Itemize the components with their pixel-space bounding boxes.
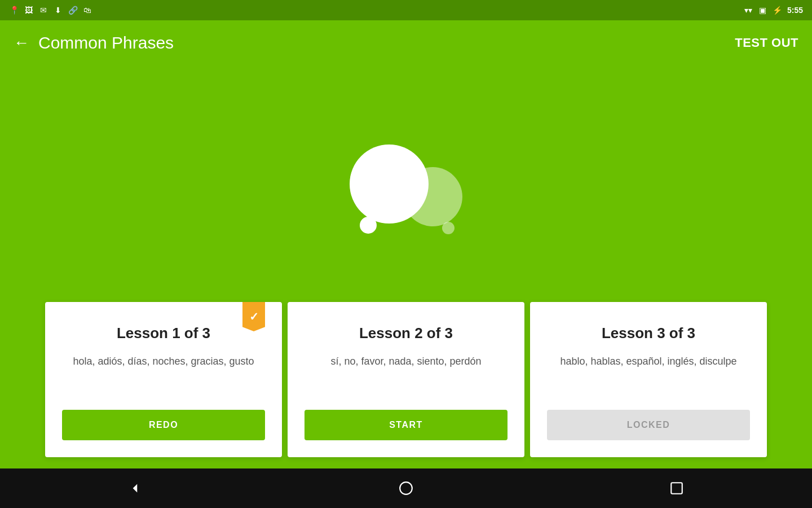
home-nav-button[interactable] — [392, 474, 420, 502]
lesson-2-start-button[interactable]: START — [304, 410, 508, 440]
lesson-3-words: hablo, hablas, español, inglés, disculpe — [560, 353, 736, 393]
lesson-card-2: Lesson 2 of 3 sí, no, favor, nada, sient… — [288, 302, 524, 457]
lesson-2-words: sí, no, favor, nada, siento, perdón — [330, 353, 481, 393]
wifi-icon: ▾▾ — [743, 5, 753, 15]
test-out-button[interactable]: TEST OUT — [735, 36, 798, 50]
lesson-1-words: hola, adiós, días, noches, gracias, gust… — [73, 353, 254, 393]
status-right: ▾▾ ▣ ⚡ 5:55 — [743, 5, 803, 15]
download-icon: ⬇ — [53, 5, 63, 15]
bubble-main — [350, 144, 429, 224]
svg-rect-2 — [671, 483, 682, 494]
signal-icon: ▣ — [758, 5, 768, 15]
lesson-3-locked-button: LOCKED — [547, 410, 750, 440]
mail-icon: ✉ — [38, 5, 48, 15]
page-title: Common Phrases — [38, 33, 174, 52]
battery-icon: ⚡ — [773, 5, 783, 15]
svg-point-1 — [400, 482, 412, 494]
home-nav-icon — [399, 481, 413, 496]
recent-nav-icon — [669, 481, 684, 496]
lesson-2-title: Lesson 2 of 3 — [359, 325, 453, 342]
app-bar: ← Common Phrases TEST OUT — [0, 20, 812, 65]
lesson-card-3: Lesson 3 of 3 hablo, hablas, español, in… — [530, 302, 767, 457]
svg-marker-0 — [133, 484, 138, 492]
back-nav-button[interactable] — [121, 474, 149, 502]
bottom-nav — [0, 468, 812, 508]
status-bar: 📍 🖼 ✉ ⬇ 🔗 🛍 ▾▾ ▣ ⚡ 5:55 — [0, 0, 812, 20]
back-button[interactable]: ← — [14, 34, 29, 52]
location-icon: 📍 — [9, 5, 19, 15]
lesson-1-redo-button[interactable]: REDO — [62, 410, 265, 440]
hero-section — [0, 65, 812, 302]
link-icon: 🔗 — [68, 5, 78, 15]
lesson-cards: ✓ Lesson 1 of 3 hola, adiós, días, noche… — [0, 302, 812, 457]
speech-bubbles-icon — [350, 133, 462, 246]
lessons-section: ✓ Lesson 1 of 3 hola, adiós, días, noche… — [0, 302, 812, 468]
status-time: 5:55 — [787, 6, 803, 15]
completed-badge: ✓ — [242, 302, 265, 331]
checkmark-icon: ✓ — [249, 310, 259, 323]
image-icon: 🖼 — [24, 5, 34, 15]
lesson-3-title: Lesson 3 of 3 — [602, 325, 695, 342]
back-nav-icon — [128, 481, 143, 496]
lesson-1-title: Lesson 1 of 3 — [117, 325, 210, 342]
app-bar-left: ← Common Phrases — [14, 33, 174, 52]
status-icons: 📍 🖼 ✉ ⬇ 🔗 🛍 — [9, 5, 92, 15]
bag-icon: 🛍 — [82, 5, 92, 15]
lesson-card-1: ✓ Lesson 1 of 3 hola, adiós, días, noche… — [45, 302, 282, 457]
recent-nav-button[interactable] — [663, 474, 691, 502]
